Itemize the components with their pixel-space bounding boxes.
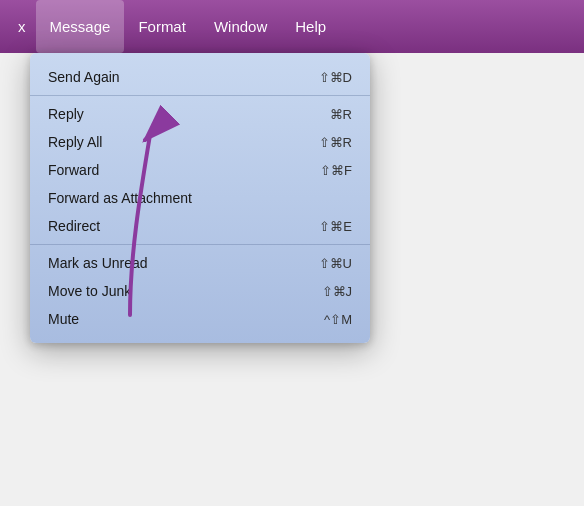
mute-label: Mute <box>48 311 79 327</box>
forward-label: Forward <box>48 162 99 178</box>
move-junk-label: Move to Junk <box>48 283 131 299</box>
dropdown-item-send-again[interactable]: Send Again ⇧⌘D <box>30 63 370 91</box>
menu-item-help[interactable]: Help <box>281 0 340 53</box>
window-label: Window <box>214 18 267 35</box>
dropdown-section-2: Reply ⌘R Reply All ⇧⌘R Forward ⇧⌘F Forwa… <box>30 96 370 245</box>
dropdown-item-move-junk[interactable]: Move to Junk ⇧⌘J <box>30 277 370 305</box>
message-dropdown: Send Again ⇧⌘D Reply ⌘R Reply All ⇧⌘R Fo… <box>30 53 370 343</box>
mark-unread-label: Mark as Unread <box>48 255 148 271</box>
reply-shortcut: ⌘R <box>330 107 352 122</box>
dropdown-item-forward-attachment[interactable]: Forward as Attachment <box>30 184 370 212</box>
dropdown-item-forward[interactable]: Forward ⇧⌘F <box>30 156 370 184</box>
menu-item-window[interactable]: Window <box>200 0 281 53</box>
menu-item-x: x <box>8 0 36 53</box>
send-again-label: Send Again <box>48 69 120 85</box>
redirect-shortcut: ⇧⌘E <box>319 219 352 234</box>
dropdown-section-1: Send Again ⇧⌘D <box>30 59 370 96</box>
menu-item-format[interactable]: Format <box>124 0 200 53</box>
forward-shortcut: ⇧⌘F <box>320 163 352 178</box>
dropdown-item-mute[interactable]: Mute ^⇧M <box>30 305 370 333</box>
menu-item-message[interactable]: Message <box>36 0 125 53</box>
mute-shortcut: ^⇧M <box>324 312 352 327</box>
format-label: Format <box>138 18 186 35</box>
forward-attachment-label: Forward as Attachment <box>48 190 192 206</box>
reply-all-shortcut: ⇧⌘R <box>319 135 352 150</box>
message-label: Message <box>50 18 111 35</box>
dropdown-item-reply[interactable]: Reply ⌘R <box>30 100 370 128</box>
send-again-shortcut: ⇧⌘D <box>319 70 352 85</box>
dropdown-section-3: Mark as Unread ⇧⌘U Move to Junk ⇧⌘J Mute… <box>30 245 370 337</box>
redirect-label: Redirect <box>48 218 100 234</box>
dropdown-item-reply-all[interactable]: Reply All ⇧⌘R <box>30 128 370 156</box>
menu-bar: x Message Format Window Help <box>0 0 584 53</box>
move-junk-shortcut: ⇧⌘J <box>322 284 353 299</box>
reply-all-label: Reply All <box>48 134 102 150</box>
mark-unread-shortcut: ⇧⌘U <box>319 256 352 271</box>
dropdown-item-redirect[interactable]: Redirect ⇧⌘E <box>30 212 370 240</box>
help-label: Help <box>295 18 326 35</box>
reply-label: Reply <box>48 106 84 122</box>
dropdown-item-mark-unread[interactable]: Mark as Unread ⇧⌘U <box>30 249 370 277</box>
x-label: x <box>18 18 26 35</box>
